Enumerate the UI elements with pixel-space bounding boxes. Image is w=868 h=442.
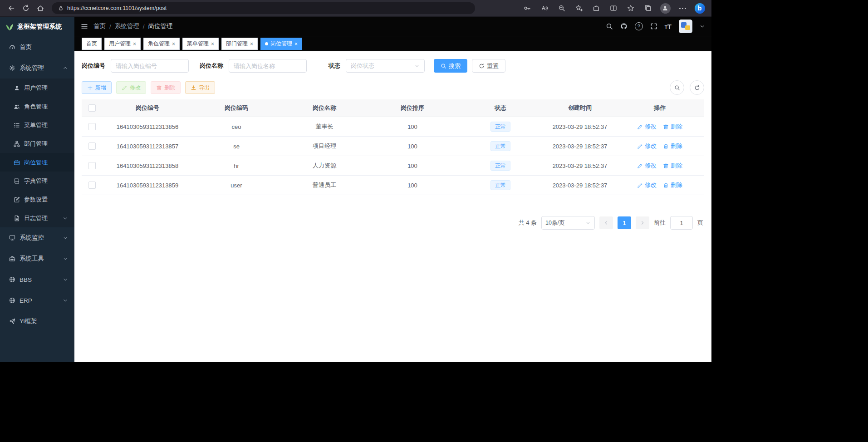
favorites-button[interactable] — [623, 2, 638, 15]
user-avatar[interactable] — [679, 20, 692, 33]
sidebar-item-system-monitor[interactable]: 系统监控 — [0, 227, 74, 248]
row-checkbox[interactable] — [88, 142, 96, 150]
select-all-checkbox[interactable] — [88, 104, 96, 112]
sidebar-item-menu-mgmt[interactable]: 菜单管理 — [0, 116, 74, 134]
table-row: 1641030593112313859 user 普通员工 100 正常 202… — [82, 176, 704, 195]
browser-refresh-button[interactable] — [19, 2, 33, 15]
sidebar-item-bbs[interactable]: BBS — [0, 269, 74, 290]
filter-bar: 岗位编号 岗位名称 状态 岗位状态 搜索 重置 — [82, 57, 704, 75]
sidebar-collapse-button[interactable] — [81, 23, 88, 30]
github-icon[interactable] — [620, 23, 628, 30]
sidebar-item-erp[interactable]: ERP — [0, 290, 74, 311]
add-button[interactable]: 新增 — [82, 81, 112, 94]
font-size-button[interactable]: TT — [665, 23, 672, 30]
delete-link-label: 删除 — [671, 123, 682, 131]
read-aloud-button[interactable] — [537, 2, 552, 15]
tab-home[interactable]: 首页 — [82, 38, 102, 50]
next-page-button[interactable] — [636, 216, 649, 229]
sidebar-item-user-mgmt[interactable]: 用户管理 — [0, 79, 74, 97]
toggle-search-button[interactable] — [670, 80, 684, 95]
reset-button[interactable]: 重置 — [472, 59, 505, 73]
sidebar-item-role-mgmt[interactable]: 角色管理 — [0, 97, 74, 116]
edit-link[interactable]: 修改 — [637, 142, 657, 150]
tab-post-mgmt[interactable]: 岗位管理 × — [260, 38, 302, 50]
address-bar[interactable]: https://ccnetcore.com:1101/system/post — [52, 2, 475, 14]
close-icon[interactable]: × — [211, 41, 214, 47]
edit-link-label: 修改 — [645, 142, 657, 150]
page-size-select[interactable]: 10条/页 — [541, 216, 595, 230]
sidebar-item-post-mgmt[interactable]: 岗位管理 — [0, 153, 74, 172]
close-icon[interactable]: × — [294, 41, 298, 47]
search-button[interactable]: 搜索 — [434, 59, 467, 73]
back-icon — [8, 5, 15, 12]
cell-actions: 修改 删除 — [615, 137, 704, 156]
page-content: 岗位编号 岗位名称 状态 岗位状态 搜索 重置 — [74, 51, 711, 362]
goto-page-input[interactable] — [670, 216, 693, 230]
tab-menu-mgmt[interactable]: 菜单管理 × — [182, 38, 219, 50]
row-checkbox[interactable] — [88, 123, 96, 130]
status-select[interactable]: 岗位状态 — [346, 59, 425, 73]
post-id-input[interactable] — [111, 59, 189, 73]
browser-profile-button[interactable] — [658, 2, 672, 15]
prev-page-button[interactable] — [599, 216, 613, 229]
status-badge: 正常 — [490, 161, 510, 171]
delete-link-label: 删除 — [671, 162, 682, 170]
delete-link[interactable]: 删除 — [663, 142, 682, 150]
row-checkbox[interactable] — [88, 162, 96, 169]
refresh-table-button[interactable] — [690, 80, 704, 95]
close-icon[interactable]: × — [133, 41, 136, 47]
edit-button[interactable]: 修改 — [116, 81, 146, 94]
export-button[interactable]: 导出 — [185, 81, 215, 94]
refresh-icon — [694, 85, 700, 91]
table-row: 1641030593112313857 se 项目经理 100 正常 2023-… — [82, 137, 704, 156]
tab-label: 菜单管理 — [187, 40, 209, 48]
sidebar-item-yi-framework[interactable]: Yi框架 — [0, 311, 74, 332]
extensions-button[interactable] — [589, 2, 603, 15]
post-name-input[interactable] — [229, 59, 307, 73]
sidebar-item-dict-mgmt[interactable]: 字典管理 — [0, 172, 74, 190]
close-icon[interactable]: × — [172, 41, 175, 47]
sidebar-item-param-settings[interactable]: 参数设置 — [0, 190, 74, 209]
edit-link[interactable]: 修改 — [637, 181, 657, 189]
sidebar-item-home[interactable]: 首页 — [0, 37, 74, 58]
sidebar-item-system-mgmt[interactable]: 系统管理 — [0, 58, 74, 79]
chevron-down-icon — [414, 63, 420, 69]
edit-link[interactable]: 修改 — [637, 162, 657, 170]
sidebar-item-dept-mgmt[interactable]: 部门管理 — [0, 134, 74, 153]
copilot-bing-button[interactable]: b — [692, 2, 707, 15]
add-favorite-button[interactable] — [572, 2, 586, 15]
breadcrumb-item-system-mgmt[interactable]: 系统管理 — [115, 22, 139, 30]
help-icon[interactable]: ? — [635, 22, 643, 30]
delete-link[interactable]: 删除 — [663, 181, 682, 189]
delete-link[interactable]: 删除 — [663, 123, 682, 131]
edit-link[interactable]: 修改 — [637, 123, 657, 131]
post-name-label: 岗位名称 — [200, 62, 223, 70]
zoom-out-button[interactable] — [554, 2, 569, 15]
sidebar-item-label: 系统工具 — [20, 255, 44, 263]
tab-user-mgmt[interactable]: 用户管理 × — [104, 38, 141, 50]
browser-back-button[interactable] — [5, 2, 18, 15]
delete-link[interactable]: 删除 — [663, 162, 682, 170]
sidebar-item-system-tools[interactable]: 系统工具 — [0, 248, 74, 269]
download-icon — [191, 85, 196, 91]
collections-button[interactable] — [641, 2, 655, 15]
delete-button[interactable]: 删除 — [151, 81, 181, 94]
browser-home-button[interactable] — [34, 2, 47, 15]
close-icon[interactable]: × — [250, 41, 253, 47]
delete-link-label: 删除 — [671, 181, 682, 189]
split-screen-button[interactable] — [606, 2, 621, 15]
password-key-button[interactable] — [520, 2, 535, 15]
trash-icon — [663, 182, 669, 188]
sidebar-item-log-mgmt[interactable]: 日志管理 — [0, 209, 74, 227]
search-button-label: 搜索 — [449, 63, 461, 69]
breadcrumb-item-home[interactable]: 首页 — [93, 22, 106, 30]
log-document-icon — [14, 215, 20, 221]
breadcrumb-separator: / — [143, 23, 145, 30]
fullscreen-icon[interactable] — [650, 23, 657, 30]
page-number-button[interactable]: 1 — [618, 216, 631, 229]
search-icon[interactable] — [606, 23, 613, 30]
tab-dept-mgmt[interactable]: 部门管理 × — [221, 38, 258, 50]
tab-role-mgmt[interactable]: 角色管理 × — [143, 38, 180, 50]
browser-menu-button[interactable] — [675, 2, 690, 15]
row-checkbox[interactable] — [88, 182, 96, 189]
